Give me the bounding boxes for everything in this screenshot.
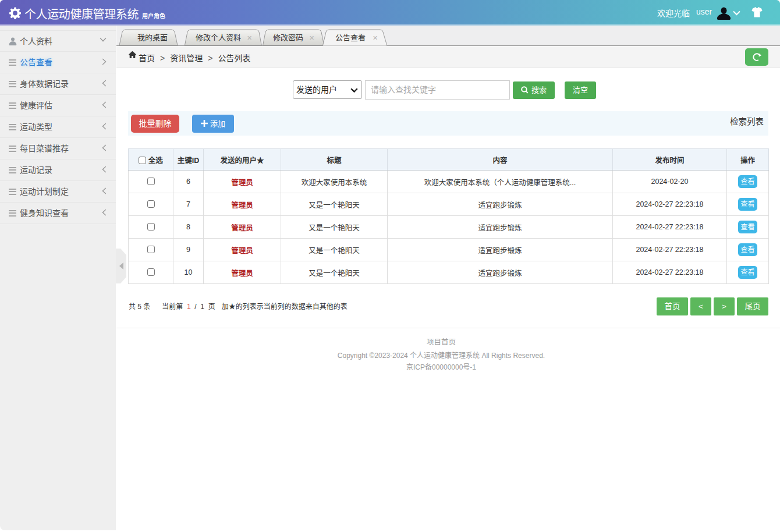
svg-text:✕: ✕: [309, 34, 314, 41]
svg-text:✕: ✕: [373, 34, 378, 41]
svg-text:公告查看: 公告查看: [335, 33, 366, 42]
svg-text:✕: ✕: [247, 34, 252, 41]
svg-text:修改密码: 修改密码: [273, 33, 303, 42]
svg-text:我的桌面: 我的桌面: [137, 33, 168, 42]
svg-text:修改个人资料: 修改个人资料: [196, 33, 241, 42]
